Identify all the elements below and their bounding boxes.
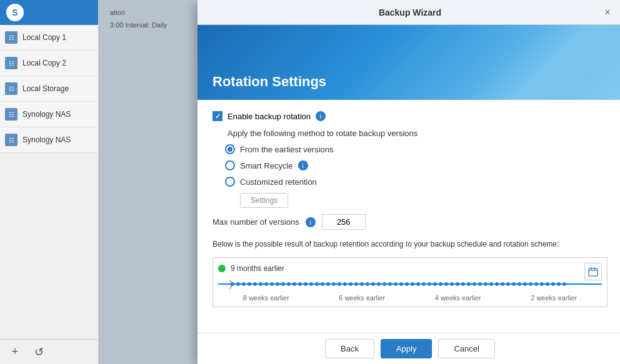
timeline-dot <box>416 282 420 286</box>
dialog-body: Enable backup rotation i Apply the follo… <box>198 100 620 333</box>
timeline-dot <box>472 282 476 286</box>
max-versions-input[interactable] <box>322 214 366 230</box>
radio-earliest[interactable] <box>225 144 235 154</box>
sidebar-footer: + ↺ <box>0 339 98 364</box>
timeline-label-2w: 2 weeks earlier <box>531 294 577 302</box>
timeline-dot <box>456 282 459 286</box>
timeline-dot <box>321 282 324 286</box>
timeline-dot <box>270 282 274 286</box>
sidebar-item-label: Local Copy 2 <box>22 59 66 67</box>
dialog-banner: Rotation Settings <box>198 25 620 100</box>
timeline-dot <box>557 282 561 286</box>
timeline-dot <box>366 282 369 286</box>
timeline-dot <box>276 282 279 286</box>
timeline-dot <box>281 282 285 286</box>
timeline-dot <box>231 282 234 286</box>
enable-rotation-row: Enable backup rotation i <box>212 111 608 121</box>
settings-button[interactable]: Settings <box>240 193 288 208</box>
timeline-dot <box>478 282 482 286</box>
svg-rect-0 <box>589 268 598 276</box>
timeline-dots-row <box>231 282 599 286</box>
timeline-top: 9 months earlier <box>218 264 602 273</box>
method-label: Apply the following method to rotate bac… <box>228 129 608 138</box>
timeline-dot <box>512 282 516 286</box>
timeline-dot <box>444 282 448 286</box>
timeline-start-label: 9 months earlier <box>231 264 284 273</box>
timeline-dot <box>343 282 347 286</box>
sidebar-item-local-storage[interactable]: ☷ Local Storage <box>0 76 98 102</box>
sidebar-item-synology-nas-1[interactable]: ☷ Synology NAS <box>0 102 98 127</box>
timeline-dot <box>360 282 364 286</box>
sidebar-item-local-copy-2[interactable]: ☷ Local Copy 2 <box>0 51 98 76</box>
timeline-dot <box>501 282 504 286</box>
timeline-dot <box>315 282 319 286</box>
enable-rotation-checkbox[interactable] <box>212 111 222 121</box>
cancel-button[interactable]: Cancel <box>438 339 494 358</box>
sidebar-item-local-copy-1[interactable]: ☷ Local Copy 1 <box>0 25 98 51</box>
sidebar-item-label: Local Copy 1 <box>22 33 66 42</box>
timeline-dot <box>551 282 555 286</box>
smart-recycle-info-icon[interactable]: i <box>298 160 308 170</box>
timeline-dot <box>382 282 386 286</box>
calendar-icon <box>588 267 598 277</box>
timeline-dot <box>253 282 257 286</box>
radio-earliest-label: From the earliest versions <box>240 145 334 154</box>
timeline-container: 9 months earlier →) 8 we <box>212 257 608 307</box>
timeline-dot <box>439 282 442 286</box>
timeline-dot <box>377 282 381 286</box>
enable-rotation-info-icon[interactable]: i <box>316 111 326 121</box>
radio-smart-recycle-label: Smart Recycle <box>240 161 293 170</box>
back-button[interactable]: Back <box>325 339 374 358</box>
synology-nas-2-icon: ☷ <box>5 134 18 146</box>
enable-rotation-label: Enable backup rotation <box>228 112 311 121</box>
rotation-method-group: From the earliest versions Smart Recycle… <box>225 144 608 187</box>
timeline-dot <box>518 282 521 286</box>
timeline-dot <box>523 282 527 286</box>
timeline-dot <box>534 282 538 286</box>
radio-earliest-inner <box>228 147 232 152</box>
timeline-dot <box>461 282 465 286</box>
max-versions-row: Max number of versions i <box>212 214 608 230</box>
max-versions-label: Max number of versions <box>212 217 299 227</box>
close-button[interactable]: × <box>600 5 615 20</box>
timeline-dot <box>489 282 493 286</box>
add-button[interactable]: + <box>6 343 24 361</box>
timeline-dot <box>529 282 532 286</box>
dialog-title: Backup Wizard <box>220 7 600 17</box>
timeline-dot <box>428 282 431 286</box>
timeline-label-4w: 4 weeks earlier <box>435 294 481 302</box>
app-logo: S <box>6 4 24 21</box>
timeline-dot <box>338 282 341 286</box>
timeline-dot <box>562 282 566 286</box>
dialog-titlebar: Backup Wizard × <box>198 0 620 25</box>
backup-wizard-dialog: Backup Wizard × Rotation Settings Enable… <box>198 0 620 364</box>
timeline-dot <box>259 282 262 286</box>
history-button[interactable]: ↺ <box>30 343 48 361</box>
timeline-dot <box>467 282 471 286</box>
timeline-dot <box>484 282 488 286</box>
timeline-dot <box>309 282 313 286</box>
timeline-dot <box>349 282 352 286</box>
local-copy-2-icon: ☷ <box>5 57 18 69</box>
radio-smart-recycle[interactable] <box>225 160 235 170</box>
timeline-dot <box>287 282 291 286</box>
radio-row-earliest: From the earliest versions <box>225 144 608 154</box>
radio-customized[interactable] <box>225 177 235 187</box>
timeline-label-6w: 6 weeks earlier <box>339 294 385 302</box>
max-versions-info-icon[interactable]: i <box>306 217 316 227</box>
timeline-dot <box>540 282 544 286</box>
sidebar-item-label: Local Storage <box>22 84 69 93</box>
timeline-dot <box>371 282 375 286</box>
apply-button[interactable]: Apply <box>381 339 432 358</box>
timeline-dot <box>433 282 437 286</box>
timeline-dot <box>394 282 398 286</box>
radio-row-smart-recycle: Smart Recycle i <box>225 160 608 170</box>
timeline-dot <box>450 282 454 286</box>
timeline-label-8w: 8 weeks earlier <box>243 294 289 302</box>
local-storage-icon: ☷ <box>5 82 18 95</box>
sidebar-item-synology-nas-2[interactable]: ☷ Synology NAS <box>0 127 98 153</box>
timeline-track: →) <box>218 278 602 290</box>
timeline-dot <box>264 282 268 286</box>
sidebar-items-list: ☷ Local Copy 1 ☷ Local Copy 2 ☷ Local St… <box>0 25 98 339</box>
local-copy-1-icon: ☷ <box>5 31 18 44</box>
